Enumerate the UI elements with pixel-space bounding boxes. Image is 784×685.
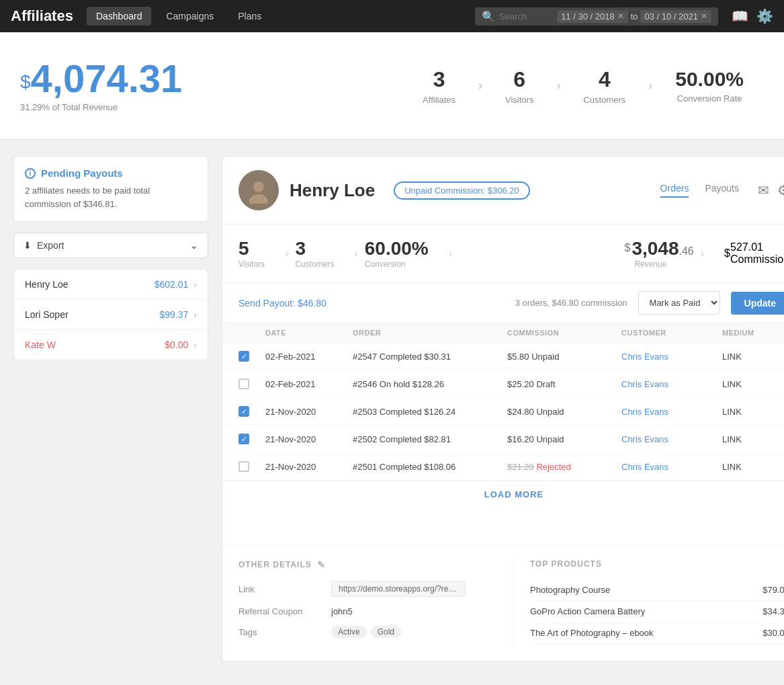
row0-checkbox[interactable]: ✓ (238, 351, 265, 362)
row3-checkbox[interactable]: ✓ (238, 434, 265, 444)
edit-icon[interactable]: ✎ (317, 559, 326, 570)
table-header: DATE ORDER COMMISSION CUSTOMER MEDIUM (222, 323, 784, 343)
affiliates-label: Affiliates (423, 95, 455, 105)
svg-point-0 (253, 182, 264, 192)
row3-commission: $16.20 Unpaid (507, 434, 621, 444)
nav-dashboard[interactable]: Dashboard (87, 7, 152, 26)
book-icon[interactable]: 📖 (732, 8, 748, 24)
field-tags-label: Tags (238, 627, 326, 637)
product-row-1: GoPro Action Camera Battery $34.34 (530, 601, 784, 622)
stat-arrow-2: › (556, 79, 560, 93)
visitors-number: 6 (505, 67, 533, 92)
stat-conversion: 50.00% Conversion Rate (655, 68, 764, 104)
detail-stat-customers: 3 Customers › (295, 238, 364, 269)
detail-stat-conversion: 60.00% Conversion › (365, 238, 459, 269)
th-date: DATE (265, 329, 353, 337)
product-name-1: GoPro Action Camera Battery (530, 606, 645, 616)
product-row-2: The Art of Photography – ebook $30.00 (530, 622, 784, 644)
detail-header-actions: ✉ ⚙ (758, 182, 784, 198)
affiliate-item-henry[interactable]: Henry Loe $602.01 › (13, 269, 208, 300)
affiliate-arrow-kate: › (193, 339, 197, 350)
row1-customer[interactable]: Chris Evans (621, 379, 722, 389)
stat-customers: 4 Customers › (563, 67, 655, 105)
send-payout-link[interactable]: Send Payout: $46.80 (238, 298, 326, 309)
detail-arrow-4: › (701, 247, 704, 259)
settings-icon[interactable]: ⚙️ (756, 8, 773, 24)
search-input[interactable] (499, 11, 553, 22)
info-icon: i (25, 168, 36, 179)
field-link-label: Link (238, 584, 326, 594)
product-row-0: Photography Course $79.00 (530, 579, 784, 601)
row1-checkbox[interactable] (238, 378, 265, 389)
mark-as-paid-select[interactable]: Mark as Paid (638, 291, 720, 315)
detail-settings-icon[interactable]: ⚙ (777, 182, 784, 198)
date-from-clear[interactable]: ✕ (617, 11, 624, 21)
row4-checkbox[interactable] (238, 461, 265, 472)
detail-commission-lbl: Commission (730, 253, 784, 266)
orders-table: DATE ORDER COMMISSION CUSTOMER MEDIUM ✓ … (222, 323, 784, 545)
pending-payouts-box: i Pending Payouts 2 affiliates needs to … (13, 156, 208, 222)
navbar: Affiliates Dashboard Campaigns Plans 🔍 1… (0, 0, 784, 32)
stats-metrics: 3 Affiliates › 6 Visitors › 4 Customers … (402, 67, 764, 105)
date-to-clear[interactable]: ✕ (701, 11, 707, 21)
field-coupon: Referral Coupon john5 (238, 606, 497, 616)
row4-order: #2501 Completed $108.06 (353, 462, 507, 472)
tag-badges: Active Gold (331, 626, 401, 638)
conversion-number: 50.00% (675, 68, 744, 91)
affiliate-amount-lori: $99.37 (160, 309, 189, 320)
update-button[interactable]: Update (731, 292, 784, 315)
row4-customer[interactable]: Chris Evans (621, 462, 722, 472)
affiliate-arrow-lori: › (193, 309, 197, 320)
search-icon: 🔍 (482, 10, 495, 23)
conversion-label: Conversion Rate (675, 93, 744, 104)
row0-customer[interactable]: Chris Evans (621, 352, 722, 362)
product-name-0: Photography Course (530, 585, 610, 595)
unpaid-commission-badge: Unpaid Commission: $306.20 (394, 182, 530, 200)
avatar (238, 170, 279, 210)
revenue-amount: 4,074.31 (31, 56, 183, 100)
top-products: TOP PRODUCTS Photography Course $79.00 G… (514, 559, 784, 647)
row0-order: #2547 Completed $30.31 (353, 352, 507, 362)
brand-logo: Affiliates (11, 7, 73, 25)
nav-campaigns[interactable]: Campaigns (157, 7, 223, 26)
other-details: OTHER DETAILS ✎ Link https://demo.storea… (238, 559, 514, 647)
svg-point-1 (249, 194, 268, 204)
row2-checkbox[interactable]: ✓ (238, 406, 265, 417)
detail-stat-visitors: 5 Visitors › (238, 238, 295, 269)
export-button[interactable]: ⬇ Export ⌄ (13, 233, 208, 258)
detail-arrow-2: › (354, 247, 357, 259)
row1-medium: LINK (722, 379, 784, 389)
stat-arrow-1: › (478, 79, 482, 93)
detail-stat-revenue: $ 3,048.46 Revenue › (625, 238, 711, 269)
detail-customers-lbl: Customers (295, 259, 334, 269)
row0-date: 02-Feb-2021 (265, 352, 353, 362)
detail-visitors-num: 5 (238, 238, 265, 259)
visitors-label: Visitors (505, 95, 533, 105)
bottom-sections: OTHER DETAILS ✎ Link https://demo.storea… (222, 545, 784, 661)
revenue-subtitle: 31.29% of Total Revenue (20, 102, 182, 112)
date-to-chip[interactable]: 03 / 10 / 2021 ✕ (640, 10, 711, 23)
tab-orders[interactable]: Orders (660, 183, 689, 198)
affiliate-item-lori[interactable]: Lori Soper $99.37 › (13, 300, 208, 330)
customers-number: 4 (583, 67, 625, 92)
tab-payouts[interactable]: Payouts (705, 183, 739, 198)
affiliate-name-henry: Henry Loe (25, 279, 69, 290)
affiliate-item-kate[interactable]: Kate W $0.00 › (13, 330, 208, 360)
row3-customer[interactable]: Chris Evans (621, 434, 722, 444)
pending-title: i Pending Payouts (25, 167, 197, 179)
product-price-2: $30.00 (763, 628, 784, 638)
row1-commission: $25.20 Draft (507, 379, 621, 389)
table-row: 02-Feb-2021 #2546 On hold $128.26 $25.20… (222, 370, 784, 398)
detail-arrow-1: › (285, 247, 288, 259)
total-revenue: $4,074.31 31.29% of Total Revenue (20, 59, 182, 112)
other-details-title: OTHER DETAILS ✎ (238, 559, 497, 570)
email-icon[interactable]: ✉ (758, 182, 769, 198)
nav-plans[interactable]: Plans (228, 7, 271, 26)
load-more-btn[interactable]: LOAD MORE (222, 481, 784, 508)
affiliate-amount-kate: $0.00 (165, 339, 188, 350)
table-row: 21-Nov-2020 #2501 Completed $108.06 $21.… (222, 453, 784, 481)
currency-symbol: $ (20, 71, 31, 92)
row2-customer[interactable]: Chris Evans (621, 407, 722, 417)
date-from-chip[interactable]: 11 / 30 / 2018 ✕ (557, 10, 628, 23)
th-checkbox (238, 329, 265, 337)
